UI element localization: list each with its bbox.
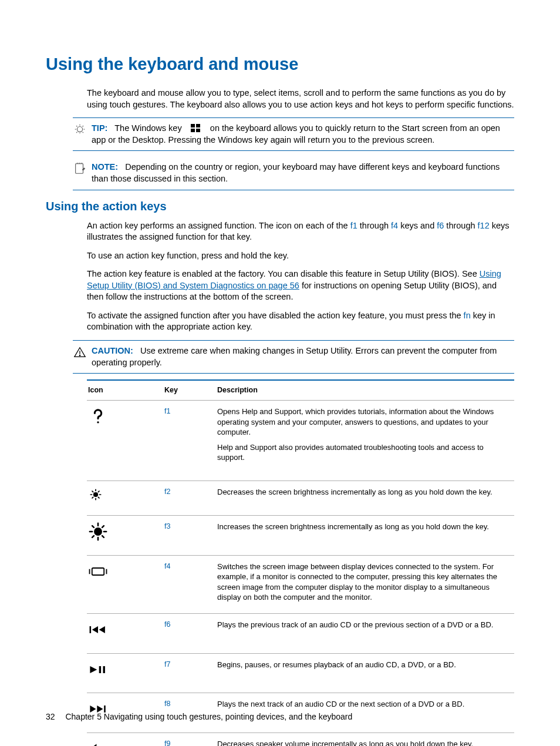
tip-text-before: The Windows key: [114, 123, 181, 133]
key-label: f4: [163, 555, 216, 613]
table-row: f7 Begins, pauses, or resumes playback o…: [87, 653, 514, 693]
svg-line-32: [102, 536, 104, 537]
svg-rect-11: [191, 129, 195, 132]
action-keys-table: Icon Key Description f1 Opens Help and S…: [87, 379, 514, 746]
page-number: 32: [46, 712, 55, 721]
svg-rect-42: [99, 666, 101, 673]
table-row: f1 Opens Help and Support, which provide…: [87, 401, 514, 481]
svg-line-23: [98, 497, 99, 498]
desc-cell: Begins, pauses, or resumes playback of a…: [216, 653, 514, 693]
svg-line-24: [92, 497, 93, 498]
svg-line-34: [102, 526, 104, 527]
desc-cell: Switches the screen image between displa…: [216, 555, 514, 613]
action-para-3: The action key feature is enabled at the…: [87, 268, 514, 303]
page-title: Using the keyboard and mouse: [46, 53, 514, 76]
note-icon: [73, 162, 87, 176]
chapter-label: Chapter 5 Navigating using touch gesture…: [65, 712, 352, 721]
svg-rect-35: [92, 568, 104, 575]
svg-line-8: [83, 132, 83, 133]
caution-body: CAUTION: Use extreme care when making ch…: [92, 345, 514, 368]
svg-marker-47: [90, 744, 97, 746]
desc-cell: Decreases speaker volume incrementally a…: [216, 732, 514, 746]
th-desc: Description: [216, 380, 514, 400]
svg-point-26: [95, 529, 101, 535]
svg-rect-10: [196, 124, 200, 127]
svg-line-5: [76, 126, 77, 126]
table-row: f3 Increases the screen brightness incre…: [87, 516, 514, 556]
tip-body: TIP: The Windows key on the keyboard all…: [92, 123, 514, 146]
svg-line-33: [92, 536, 94, 537]
caution-icon: [73, 345, 87, 359]
svg-point-17: [94, 493, 98, 497]
key-label: f1: [163, 401, 216, 481]
key-label: f3: [163, 516, 216, 556]
action-para-4: To activate the assigned function after …: [87, 310, 514, 333]
svg-line-7: [76, 132, 77, 133]
key-label: f6: [163, 614, 216, 654]
svg-rect-12: [196, 129, 200, 132]
action-para-1: An action key performs an assigned funct…: [87, 220, 514, 243]
table-row: f9 Decreases speaker volume incrementall…: [87, 732, 514, 746]
page-footer: 32 Chapter 5 Navigating using touch gest…: [46, 711, 352, 723]
svg-marker-41: [90, 666, 97, 673]
action-para-2: To use an action key function, press and…: [87, 250, 514, 262]
svg-marker-40: [99, 626, 105, 633]
tip-label: TIP:: [92, 123, 107, 133]
brightness-down-icon: [87, 480, 163, 516]
svg-rect-43: [103, 666, 105, 673]
svg-line-22: [92, 491, 93, 492]
key-label: f2: [163, 480, 216, 516]
tip-icon: [73, 123, 87, 137]
previous-track-icon: [87, 614, 163, 654]
help-icon: [87, 401, 163, 481]
desc-cell: Decreases the screen brightness incremen…: [216, 480, 514, 516]
svg-rect-9: [191, 124, 195, 127]
section-heading-action-keys: Using the action keys: [46, 199, 514, 214]
note-block: NOTE: Depending on the country or region…: [73, 157, 514, 190]
svg-rect-38: [90, 626, 92, 633]
svg-line-31: [92, 526, 94, 527]
caution-label: CAUTION:: [92, 346, 133, 355]
volume-down-icon: [87, 732, 163, 746]
caution-text: Use extreme care when making changes in …: [92, 346, 497, 367]
th-key: Key: [163, 380, 216, 400]
caution-block: CAUTION: Use extreme care when making ch…: [73, 340, 514, 374]
svg-point-16: [97, 421, 99, 423]
desc-cell: Opens Help and Support, which provides t…: [216, 401, 514, 481]
th-icon: Icon: [87, 380, 163, 400]
play-pause-icon: [87, 653, 163, 693]
switch-display-icon: [87, 555, 163, 613]
key-label: f7: [163, 653, 216, 693]
desc-cell: Increases the screen brightness incremen…: [216, 516, 514, 556]
table-row: f2 Decreases the screen brightness incre…: [87, 480, 514, 516]
note-text: Depending on the country or region, your…: [92, 162, 500, 183]
brightness-up-icon: [87, 516, 163, 556]
windows-key-icon: [190, 123, 202, 134]
note-label: NOTE:: [92, 162, 118, 172]
svg-line-6: [83, 126, 83, 126]
svg-point-0: [77, 127, 82, 132]
svg-marker-39: [92, 626, 98, 633]
key-label: f9: [163, 732, 216, 746]
intro-paragraph: The keyboard and mouse allow you to type…: [87, 88, 514, 110]
desc-cell: Plays the previous track of an audio CD …: [216, 614, 514, 654]
svg-point-15: [79, 355, 80, 355]
table-row: f6 Plays the previous track of an audio …: [87, 614, 514, 654]
svg-rect-13: [76, 164, 83, 174]
note-body: NOTE: Depending on the country or region…: [92, 162, 514, 184]
table-row: f4 Switches the screen image between dis…: [87, 555, 514, 613]
svg-line-25: [98, 491, 99, 492]
tip-block: TIP: The Windows key on the keyboard all…: [73, 117, 514, 151]
